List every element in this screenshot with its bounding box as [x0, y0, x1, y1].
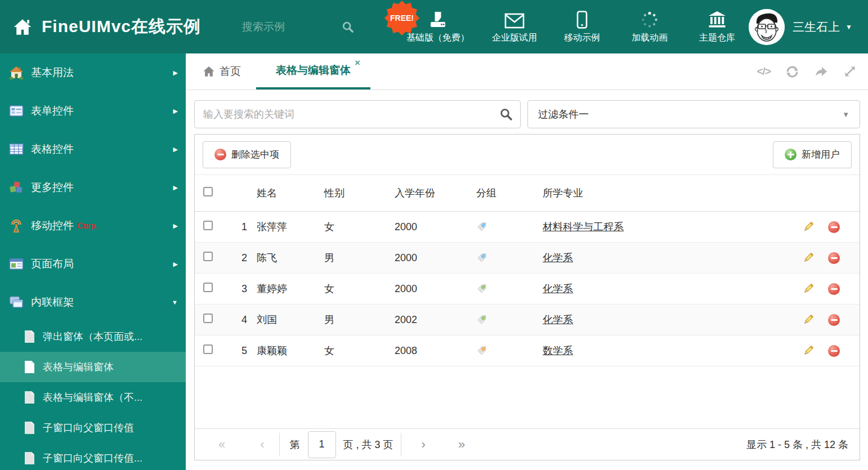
filter-row: 过滤条件一 ▼	[194, 100, 860, 128]
search-input[interactable]	[194, 100, 521, 128]
refresh-icon[interactable]	[785, 65, 799, 79]
file-icon	[24, 360, 35, 374]
search-icon[interactable]	[342, 21, 354, 33]
page-number-input[interactable]	[308, 431, 336, 458]
tab-grid-edit-window[interactable]: 表格与编辑窗体	[256, 53, 370, 89]
chevron-right-icon: ▶	[173, 108, 178, 115]
chevron-right-icon: ▶	[173, 69, 178, 77]
sidebar-subitem-grid-edit-window-2[interactable]: 表格与编辑窗体（不...	[0, 382, 186, 413]
header-nav: 基础版（免费） 企业版试用 移动示例	[406, 0, 740, 53]
frames-icon	[9, 295, 24, 310]
username: 三生石上	[793, 19, 840, 35]
corp-badge: Corp.	[77, 221, 98, 230]
col-header-major: 所学专业	[543, 186, 802, 200]
delete-icon[interactable]	[828, 252, 860, 264]
major-link[interactable]: 化学系	[543, 314, 573, 325]
nav-enterprise-trial[interactable]: 企业版试用	[492, 10, 537, 44]
edit-icon[interactable]	[802, 283, 828, 295]
sidebar-item-basic-usage[interactable]: 基本用法 ▶	[0, 53, 186, 92]
last-page-button[interactable]: »	[458, 438, 465, 451]
sidebar-item-iframe[interactable]: 内联框架 ▼	[0, 283, 186, 321]
download-icon	[428, 10, 448, 29]
fullscreen-icon[interactable]	[843, 65, 857, 78]
row-checkbox[interactable]	[203, 314, 213, 323]
sidebar-item-grid-controls[interactable]: 表格控件 ▶	[0, 130, 186, 168]
col-header-name: 姓名	[248, 186, 324, 200]
row-checkbox[interactable]	[203, 221, 213, 230]
nav-mobile-demo[interactable]: 移动示例	[560, 10, 605, 44]
group-tag-icon	[476, 281, 489, 294]
major-link[interactable]: 材料科学与工程系	[543, 221, 624, 232]
row-checkbox[interactable]	[203, 344, 213, 354]
add-user-button[interactable]: 新增用户	[773, 141, 852, 168]
page-suffix: 页 , 共 3 页	[343, 438, 393, 451]
sidebar-subitem-child-to-parent-2[interactable]: 子窗口向父窗口传值...	[0, 443, 186, 470]
avatar	[749, 9, 785, 45]
share-icon[interactable]	[814, 65, 829, 78]
search-icon[interactable]	[499, 108, 513, 121]
prev-page-button[interactable]: ‹	[260, 438, 264, 451]
major-link[interactable]: 化学系	[543, 283, 573, 294]
table-row: 2 陈飞 男 2000 化学系	[195, 243, 860, 274]
chevron-right-icon: ▶	[173, 261, 178, 268]
delete-icon[interactable]	[828, 345, 860, 357]
view-source-icon[interactable]: </>	[757, 65, 771, 78]
tab-home[interactable]: 首页	[203, 53, 241, 89]
bank-icon	[708, 10, 727, 29]
sidebar-item-page-layout[interactable]: 页面布局 ▶	[0, 245, 186, 283]
select-all-checkbox[interactable]	[203, 187, 213, 196]
nav-theme-store[interactable]: 主题仓库	[695, 10, 740, 44]
sidebar-subitem-grid-edit-window[interactable]: 表格与编辑窗体	[0, 352, 186, 382]
mobile-icon	[576, 10, 588, 29]
layout-icon	[9, 257, 24, 271]
edit-icon[interactable]	[802, 221, 828, 233]
tab-tools: </>	[757, 53, 857, 89]
user-menu[interactable]: 三生石上 ▼	[749, 0, 852, 53]
col-header-group: 分组	[476, 186, 543, 200]
table-icon	[9, 142, 24, 156]
file-icon	[24, 391, 35, 404]
home-icon[interactable]	[12, 17, 33, 37]
home-icon	[203, 66, 215, 77]
grid-toolbar: 删除选中项 新增用户	[195, 135, 860, 175]
delete-icon[interactable]	[828, 283, 860, 295]
delete-icon[interactable]	[828, 221, 860, 233]
file-icon	[24, 451, 35, 465]
major-link[interactable]: 数学系	[543, 345, 573, 356]
tab-bar: 首页 表格与编辑窗体 × </>	[186, 53, 868, 90]
close-icon[interactable]: ×	[355, 58, 360, 68]
next-page-button[interactable]: ›	[422, 438, 426, 451]
cubes-icon	[9, 180, 24, 195]
chevron-right-icon: ▶	[173, 222, 178, 230]
first-page-button[interactable]: «	[218, 438, 225, 451]
row-checkbox[interactable]	[203, 283, 213, 292]
delete-icon[interactable]	[828, 314, 860, 326]
sidebar-subitem-child-to-parent[interactable]: 子窗口向父窗口传值	[0, 413, 186, 443]
chevron-right-icon: ▶	[173, 184, 178, 191]
group-tag-icon	[476, 343, 489, 356]
chevron-down-icon: ▼	[842, 110, 849, 119]
form-icon	[9, 104, 24, 118]
edit-icon[interactable]	[802, 314, 828, 326]
sidebar-item-form-controls[interactable]: 表单控件 ▶	[0, 92, 186, 130]
sidebar-subitem-popup-window[interactable]: 弹出窗体（本页面或...	[0, 321, 186, 352]
sidebar-item-mobile-controls[interactable]: 移动控件 Corp. ▶	[0, 207, 186, 245]
sidebar-item-more-controls[interactable]: 更多控件 ▶	[0, 168, 186, 207]
edit-icon[interactable]	[802, 344, 828, 357]
home-icon	[9, 65, 24, 80]
page-prefix: 第	[290, 438, 300, 451]
sidebar: 基本用法 ▶ 表单控件 ▶ 表格控件	[0, 53, 186, 470]
file-icon	[24, 421, 35, 435]
spinner-icon	[641, 10, 659, 29]
edit-icon[interactable]	[802, 252, 828, 264]
major-link[interactable]: 化学系	[543, 252, 573, 263]
row-checkbox[interactable]	[203, 252, 213, 261]
table-row: 3 董婷婷 女 2000 化学系	[195, 274, 860, 305]
record-summary: 显示 1 - 5 条 , 共 12 条	[746, 438, 848, 451]
chevron-down-icon: ▼	[845, 23, 852, 31]
header-search-input[interactable]	[242, 21, 335, 33]
delete-selected-button[interactable]: 删除选中项	[203, 141, 291, 168]
filter-dropdown[interactable]: 过滤条件一 ▼	[527, 100, 860, 128]
nav-loading-animation[interactable]: 加载动画	[627, 10, 672, 44]
table-header-row: 姓名 性别 入学年份 分组 所学专业	[195, 175, 860, 212]
